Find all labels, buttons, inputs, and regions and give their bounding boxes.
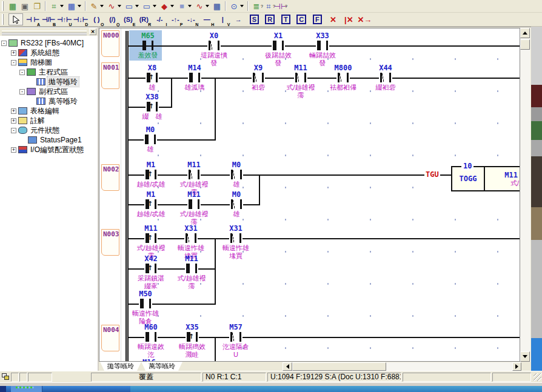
close-panel-icon[interactable]: ✕ xyxy=(89,28,96,35)
new-project-icon[interactable]: ▦ xyxy=(7,1,19,12)
tool-falling-contact[interactable]: ⊣↓⊢D xyxy=(73,13,89,25)
scroll-left-icon[interactable] xyxy=(283,362,292,371)
nc-contact-symbol xyxy=(230,199,243,209)
tab-program-2[interactable]: 萬等喺玲 xyxy=(141,362,182,371)
block-input-label: TGU xyxy=(424,170,440,179)
tree-item-system-config[interactable]: + 系統組態 xyxy=(1,48,98,58)
tree-item-io-config[interactable]: + I/O編號配置狀態 xyxy=(1,145,98,154)
tool-timer[interactable]: T xyxy=(278,13,293,25)
rising-contact-symbol xyxy=(146,102,159,111)
dropdown-caret[interactable] xyxy=(240,5,244,7)
tool-reset-function[interactable]: R xyxy=(263,13,277,25)
vertical-scrollbar[interactable] xyxy=(520,28,530,362)
network-label[interactable]: N002 xyxy=(101,164,119,191)
zoom-icon[interactable]: ⊙ xyxy=(228,1,240,12)
tree-item-main-program[interactable]: - 主程式區 xyxy=(1,67,98,77)
pointer-icon xyxy=(12,15,20,24)
tree-item-program-2[interactable]: 萬等喺玲 xyxy=(1,96,98,106)
panel-grip[interactable] xyxy=(2,30,87,33)
edit-mode-cell: 覆蓋 xyxy=(91,373,201,382)
ladder-help-icon[interactable]: ⌗? xyxy=(263,1,275,12)
dropdown-caret[interactable] xyxy=(170,5,174,7)
dropdown-caret[interactable] xyxy=(188,5,192,7)
no-contact-symbol xyxy=(272,41,285,50)
toolbar-grip[interactable] xyxy=(2,14,5,25)
tool-horizontal-line[interactable]: —H xyxy=(199,13,214,25)
signal-wave-icon[interactable]: ∿ xyxy=(105,1,118,12)
sub-program-icon xyxy=(27,88,36,95)
network-label[interactable]: N003 xyxy=(101,229,119,256)
tree-item-program-1[interactable]: 拋等喺玲 xyxy=(1,77,98,87)
tree-item-plc-root[interactable]: - RS232 [FBs-40MC] xyxy=(1,38,98,48)
ladder-canvas[interactable]: M65 羞效發 X0 堤踢遑憒發 X1 彶踢喆效發 X33 輛踢 xyxy=(121,28,520,361)
network-label[interactable]: N000 xyxy=(101,30,119,57)
tool-rising-contact[interactable]: ⊣↑⊢U xyxy=(57,13,72,25)
tool-vertical-line[interactable]: |V xyxy=(215,13,230,25)
dropdown-caret[interactable] xyxy=(78,5,81,7)
tool-set-coil[interactable]: (S)E xyxy=(121,13,135,25)
contact-m16-partial[interactable]: M16 xyxy=(142,358,156,361)
tool-invert[interactable]: -/-I xyxy=(152,13,167,25)
vertical-scroll-thumb[interactable] xyxy=(520,39,530,50)
dropdown-caret[interactable] xyxy=(118,5,121,7)
tree-item-table-edit[interactable]: + 表格編輯 xyxy=(1,106,98,116)
tool-delete-row[interactable]: ✕→ xyxy=(357,13,372,25)
contact-help-icon[interactable]: ⊣⊢? xyxy=(275,1,287,12)
plc-chip-icon[interactable]: ▣ xyxy=(19,1,31,12)
dropdown-caret[interactable] xyxy=(60,5,64,7)
dropdown-caret[interactable] xyxy=(206,5,209,7)
tab-program-1[interactable]: 拋等喺玲 xyxy=(100,362,141,371)
table-icon[interactable]: ▦ xyxy=(211,1,223,12)
dropdown-caret[interactable] xyxy=(153,5,156,7)
taskbar-start-sliver[interactable] xyxy=(0,386,6,392)
taskbar-button-dots xyxy=(16,387,34,388)
tool-nc-coil[interactable]: (/)Q xyxy=(105,13,119,25)
edit-pencil-icon[interactable]: ✎ xyxy=(88,1,100,12)
tool-reset-coil[interactable]: (R)R xyxy=(136,13,151,25)
toolbar-grip[interactable] xyxy=(2,1,5,11)
status-help-icon[interactable]: ≣? xyxy=(250,1,263,12)
tool-rising-pulse[interactable]: -↑-P xyxy=(168,13,182,25)
tool-jump-arrow[interactable]: → xyxy=(231,13,246,25)
program-ladder-icon xyxy=(36,98,45,105)
tree-item-ladder-diagram[interactable]: - 階梯圖 xyxy=(1,58,98,67)
tool-function-block[interactable]: F xyxy=(310,13,324,25)
tool-counter[interactable]: C xyxy=(294,13,309,25)
list-icon[interactable]: ≡ xyxy=(176,1,188,12)
waveform-icon[interactable]: ∿ xyxy=(193,1,206,12)
monitor2-icon[interactable]: ▭ xyxy=(141,1,153,12)
tool-nc-contact[interactable]: ⊣/⊢B xyxy=(41,13,56,25)
no-contact-symbol xyxy=(185,264,198,273)
scroll-down-icon[interactable] xyxy=(520,351,530,362)
network-label[interactable]: N001 xyxy=(101,62,119,89)
scroll-up-icon[interactable] xyxy=(520,28,530,38)
ladder-grid-icon[interactable]: ▦ xyxy=(65,1,78,12)
main-toolbar: ▦ ▣ ❐ ⌗ ▦ ✎ ∿ ▭ ▭ ◆ ≡ ∿ ▦ ⊙ ≣? ⌗? ⊣⊢? xyxy=(0,0,542,13)
tag-icon[interactable]: ◆ xyxy=(158,1,170,12)
scroll-right-icon[interactable] xyxy=(512,362,521,371)
rising-contact-symbol xyxy=(144,264,158,273)
register-book-icon[interactable]: ❐ xyxy=(31,1,43,12)
tool-delete[interactable]: ✕ xyxy=(326,13,340,25)
horizontal-scroll-thumb[interactable] xyxy=(292,362,386,371)
project-tree-icon[interactable]: ⌗ xyxy=(48,1,60,12)
horizontal-scrollbar[interactable] xyxy=(292,362,512,371)
monitor-icon[interactable]: ▭ xyxy=(123,1,135,12)
function-name: TOGG xyxy=(452,167,485,190)
network-label[interactable]: N004 xyxy=(101,325,119,351)
tree-item-comments[interactable]: + 註解 xyxy=(1,116,98,125)
tree-item-sub-program[interactable]: - 副程式區 xyxy=(1,87,98,96)
dropdown-caret[interactable] xyxy=(135,5,139,7)
tool-set-function[interactable]: S xyxy=(247,13,261,25)
taskbar-button[interactable] xyxy=(11,386,42,392)
resize-grip[interactable] xyxy=(534,373,541,381)
pointer-tool-button[interactable] xyxy=(8,13,23,25)
tool-falling-pulse[interactable]: -↓-N xyxy=(184,13,198,25)
tree-item-status-page[interactable]: StatusPage1 xyxy=(1,135,98,145)
comment-icon xyxy=(18,117,27,124)
tool-delete-column[interactable]: |✕ xyxy=(341,13,356,25)
tree-item-device-status[interactable]: - 元件狀態 xyxy=(1,125,98,135)
dropdown-caret[interactable] xyxy=(100,5,104,7)
tool-no-contact[interactable]: ⊣ ⊢A xyxy=(25,13,40,25)
tool-output-coil[interactable]: ( )O xyxy=(89,13,104,25)
